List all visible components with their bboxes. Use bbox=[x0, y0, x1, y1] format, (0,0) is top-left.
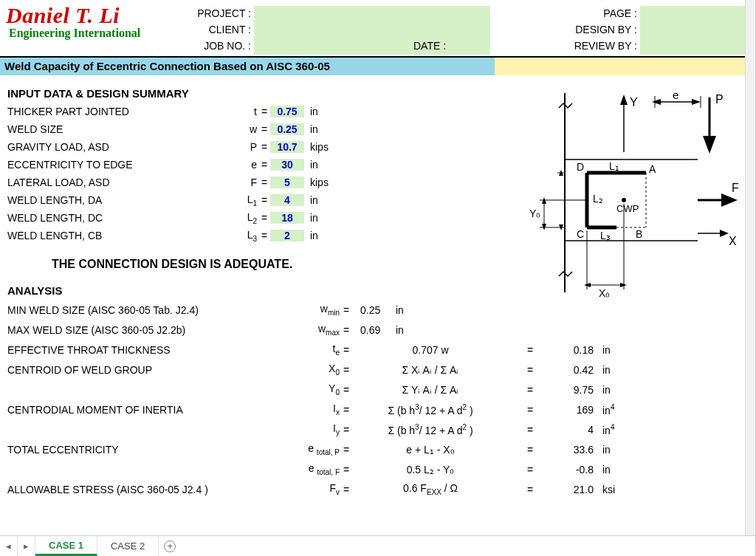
logo: Daniel T. Li Engineering International bbox=[6, 3, 140, 40]
analysis-expression: Σ (b h3/ 12 + A d2 ) bbox=[353, 423, 508, 436]
input-symbol: P bbox=[229, 141, 258, 153]
analysis-value: -0.8 bbox=[552, 464, 597, 476]
analysis-unit: in bbox=[390, 324, 427, 336]
equals-sign: = bbox=[258, 106, 270, 117]
label-cwp: CWP bbox=[616, 203, 639, 214]
analysis-rows: MIN WELD SIZE (AISC 360-05 Tab. J2.4)wmi… bbox=[7, 300, 748, 499]
tab-add-sheet[interactable]: + bbox=[159, 536, 181, 556]
header-block: Daniel T. Li Engineering International P… bbox=[0, 0, 755, 58]
label-e: e bbox=[673, 89, 678, 101]
tab-case-2[interactable]: CASE 2 bbox=[97, 536, 159, 556]
label-B: B bbox=[636, 228, 642, 240]
input-value[interactable]: 5 bbox=[270, 176, 304, 188]
input-label: THICKER PART JOINTED bbox=[7, 106, 229, 117]
input-value[interactable]: 4 bbox=[270, 194, 304, 206]
analysis-unit: in bbox=[597, 364, 633, 376]
analysis-label: CENTROID OF WELD GROUP bbox=[7, 364, 244, 376]
analysis-value: 169 bbox=[552, 404, 597, 416]
analysis-row: TOTAL ECCENTRICITYe total, P=e + L₁ - X₀… bbox=[7, 439, 748, 459]
equals-sign: = bbox=[340, 484, 353, 495]
analysis-value: 0.18 bbox=[552, 344, 597, 356]
logo-subtitle: Engineering International bbox=[6, 27, 140, 40]
analysis-unit: in bbox=[597, 464, 633, 476]
input-symbol: w bbox=[229, 123, 258, 135]
meta-labels-right: PAGE : DESIGN BY : REVIEW BY : bbox=[556, 7, 637, 56]
analysis-row: EFFECTIVE THROAT THICKNESSte=0.707 w=0.1… bbox=[7, 340, 748, 360]
input-symbol: L2 bbox=[229, 211, 258, 225]
equals-sign: = bbox=[508, 344, 552, 356]
analysis-row: MIN WELD SIZE (AISC 360-05 Tab. J2.4)wmi… bbox=[7, 300, 748, 320]
analysis-symbol: Fv bbox=[244, 482, 340, 496]
analysis-symbol: wmax bbox=[244, 323, 340, 337]
svg-marker-2 bbox=[620, 95, 628, 105]
equals-sign: = bbox=[340, 464, 353, 476]
svg-marker-9 bbox=[703, 136, 716, 154]
label-X: X bbox=[729, 235, 737, 247]
input-label: GRAVITY LOAD, ASD bbox=[7, 141, 229, 153]
svg-marker-5 bbox=[692, 99, 701, 105]
analysis-value: 0.42 bbox=[552, 364, 597, 376]
analysis-symbol: e total, P bbox=[244, 442, 340, 456]
input-value[interactable]: 18 bbox=[270, 212, 304, 224]
equals-sign: = bbox=[258, 194, 270, 206]
equals-sign: = bbox=[258, 159, 270, 171]
equals-sign: = bbox=[508, 424, 552, 436]
input-unit: kips bbox=[304, 176, 341, 188]
analysis-section: ANALYSIS MIN WELD SIZE (AISC 360-05 Tab.… bbox=[7, 284, 748, 499]
analysis-label: EFFECTIVE THROAT THICKNESS bbox=[7, 344, 244, 356]
design-label: DESIGN BY : bbox=[556, 24, 637, 40]
equals-sign: = bbox=[340, 344, 353, 356]
analysis-unit: in bbox=[390, 304, 427, 316]
input-unit: in bbox=[304, 159, 341, 171]
analysis-row: e total, F=0.5 L₂ - Y₀=-0.8in bbox=[7, 459, 748, 479]
label-X0: X₀ bbox=[599, 287, 610, 299]
page-label: PAGE : bbox=[556, 7, 637, 24]
analysis-expression: 0.707 w bbox=[353, 344, 508, 356]
title-bar-spacer bbox=[495, 58, 755, 75]
equals-sign: = bbox=[258, 141, 270, 153]
analysis-symbol: Iy bbox=[244, 422, 340, 436]
analysis-unit: in bbox=[597, 344, 633, 356]
analysis-row: Iy=Σ (b h3/ 12 + A d2 )=4in4 bbox=[7, 419, 748, 439]
content-area: INPUT DATA & DESIGN SUMMARY THICKER PART… bbox=[0, 75, 755, 499]
analysis-row: CENTRODIAL MOMENT OF INERTIAIx=Σ (b h3/ … bbox=[7, 399, 748, 419]
analysis-expression: 0.5 L₂ - Y₀ bbox=[353, 464, 508, 476]
input-unit: in bbox=[304, 230, 341, 241]
analysis-value: 0.25 bbox=[353, 304, 508, 316]
input-label: LATERAL LOAD, ASD bbox=[7, 176, 229, 188]
input-value[interactable]: 10.7 bbox=[270, 141, 304, 153]
analysis-value: 9.75 bbox=[552, 384, 597, 396]
equals-sign: = bbox=[340, 324, 353, 336]
vertical-scrollbar[interactable] bbox=[745, 0, 755, 535]
input-unit: in bbox=[304, 106, 341, 117]
meta-input-right[interactable] bbox=[640, 6, 751, 55]
input-label: WELD LENGTH, DA bbox=[7, 194, 229, 206]
tab-nav-first[interactable]: ◂ bbox=[0, 536, 18, 556]
analysis-symbol: Y0 bbox=[244, 382, 340, 397]
equals-sign: = bbox=[508, 464, 552, 476]
input-unit: kips bbox=[304, 141, 341, 153]
svg-point-17 bbox=[622, 198, 626, 202]
project-label: PROJECT : bbox=[170, 7, 251, 24]
label-A: A bbox=[649, 163, 656, 175]
tab-nav-prev[interactable]: ▸ bbox=[18, 536, 35, 556]
analysis-row: ALLOWABLE STRESS (AISC 360-05 J2.4 )Fv=0… bbox=[7, 479, 748, 499]
equals-sign: = bbox=[258, 212, 270, 224]
meta-input-left[interactable] bbox=[254, 6, 490, 55]
equals-sign: = bbox=[508, 404, 552, 416]
tab-case-1[interactable]: CASE 1 bbox=[35, 536, 97, 556]
input-value[interactable]: 0.75 bbox=[270, 106, 304, 117]
input-value[interactable]: 30 bbox=[270, 159, 304, 171]
equals-sign: = bbox=[340, 424, 353, 436]
analysis-unit: in4 bbox=[597, 403, 633, 416]
equals-sign: = bbox=[258, 123, 270, 135]
input-unit: in bbox=[304, 123, 341, 135]
label-D: D bbox=[577, 161, 584, 173]
analysis-label: MAX WELD SIZE (AISC 360-05 J2.2b) bbox=[7, 324, 244, 336]
jobno-label: JOB NO. : bbox=[170, 40, 251, 56]
analysis-value: 21.0 bbox=[552, 484, 597, 495]
input-value[interactable]: 0.25 bbox=[270, 123, 304, 135]
analysis-unit: in4 bbox=[597, 423, 633, 436]
input-value[interactable]: 2 bbox=[270, 230, 304, 241]
review-label: REVIEW BY : bbox=[556, 40, 637, 56]
